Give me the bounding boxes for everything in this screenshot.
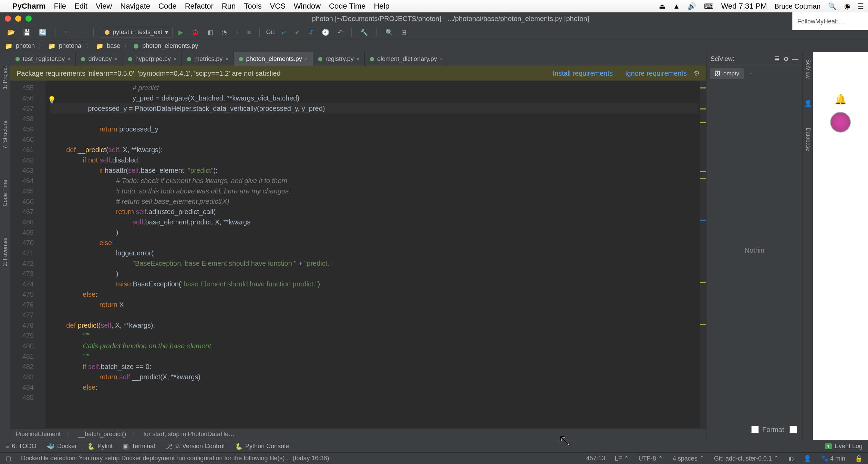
menu-navigate[interactable]: Navigate [120,2,150,11]
menu-view[interactable]: View [96,2,112,11]
tab-driver[interactable]: ⬢driver.py× [76,52,123,66]
siri-icon[interactable]: ◉ [844,2,850,10]
lock-icon[interactable]: 🔒 [855,455,862,462]
lightbulb-icon[interactable]: 💡 [48,96,56,104]
browser-tab[interactable]: FollowMyHealt… [792,12,868,30]
bell-icon[interactable]: 🔔 [835,94,847,105]
debug-icon[interactable]: 🐞 [189,27,202,38]
crumb-0[interactable]: PipelineElement [16,431,61,438]
tool-project[interactable]: 1: Project [2,66,8,89]
crumb-2[interactable]: for start, stop in PhotonDataHe… [143,431,235,438]
event-log[interactable]: 1Event Log [825,443,862,450]
tab-metrics[interactable]: ⬢metrics.py× [182,52,234,66]
clock[interactable]: Wed 7:31 PM [721,2,767,11]
nav-seg-1[interactable]: photonai [59,42,83,50]
tab-element-dictionary[interactable]: ⬢element_dictionary.py× [365,52,448,66]
git-branch[interactable]: Git: add-cluster-0.0.1 ⌃ [714,455,779,462]
sync-icon[interactable]: 🔄 [37,27,49,38]
window-close[interactable] [5,15,11,22]
tool-docker[interactable]: 🐳Docker [47,443,77,450]
close-icon[interactable]: × [305,56,308,62]
run-icon[interactable]: ▶ [176,27,186,38]
tool-version-control[interactable]: ⎇9: Version Control [165,443,225,450]
menu-icon[interactable]: ☰ [858,2,864,10]
mac-user[interactable]: Bruce Cottman [775,2,820,10]
tab-test-register[interactable]: ⬢test_register.py× [10,52,76,66]
tool-python-console[interactable]: 🐍Python Console [235,443,289,450]
list-icon[interactable]: ≣ [775,55,780,63]
git-update-icon[interactable]: ↙ [279,27,289,38]
window-maximize[interactable] [25,15,32,22]
bg-tasks-icon[interactable]: ◐ [788,455,794,462]
close-icon[interactable]: × [225,56,228,62]
format-checkbox[interactable] [751,426,759,433]
keyboard-icon[interactable]: ⌨ [704,2,714,10]
back-icon[interactable]: ← [62,27,73,38]
save-icon[interactable]: 💾 [21,27,33,38]
close-icon[interactable]: × [356,56,360,62]
ignore-requirements-link[interactable]: Ignore requirements [625,70,687,77]
close-icon[interactable]: × [174,56,177,62]
search-everywhere-icon[interactable]: ⊞ [399,27,409,38]
indent[interactable]: 4 spaces ⌃ [673,455,704,462]
status-hide-icon[interactable]: ▢ [6,455,11,462]
volume-icon[interactable]: 🔊 [688,2,696,10]
menu-window[interactable]: Window [294,2,321,11]
tool-sciview[interactable]: SciView [805,59,811,79]
error-stripe[interactable] [700,81,706,428]
airplay-icon[interactable]: ⏏ [659,2,665,10]
git-revert-icon[interactable]: ↶ [335,27,345,38]
tab-registry[interactable]: ⬢registry.py× [313,52,365,66]
spotlight-icon[interactable]: 🔍 [828,2,837,10]
caret-position[interactable]: 457:13 [586,455,605,462]
run-config-select[interactable]: ⬢ pytest in tests_ext ▾ [100,27,173,38]
git-commit-icon[interactable]: ✔ [292,27,302,38]
menu-file[interactable]: File [54,2,66,11]
eject-icon[interactable]: ▲ [673,2,680,10]
menu-refactor[interactable]: Refactor [185,2,214,11]
concurrency-icon[interactable]: ≡ [233,27,241,38]
close-icon[interactable]: × [68,56,71,62]
tool-terminal[interactable]: ▣Terminal [123,443,155,450]
settings-icon[interactable]: 🔧 [358,27,370,38]
jenkins-icon[interactable]: 👤 [804,99,812,107]
menu-edit[interactable]: Edit [74,2,87,11]
line-ending[interactable]: LF ⌃ [615,455,629,462]
app-name[interactable]: PyCharm [12,2,46,11]
tool-todo[interactable]: ≡6: TODO [6,443,37,450]
git-history-icon[interactable]: 🕘 [319,27,332,38]
add-tab-icon[interactable]: ＋ [749,71,753,77]
code-editor[interactable]: 4554564574584594604614624634644654664674… [10,81,706,428]
codetime-status[interactable]: 🐾 4 min [821,455,845,462]
tool-structure[interactable]: 7: Structure [2,120,8,149]
close-icon[interactable]: × [114,56,117,62]
gear-icon[interactable]: ⚙ [694,69,700,77]
encoding[interactable]: UTF-8 ⌃ [639,455,663,462]
menu-vcs[interactable]: VCS [270,2,286,11]
close-icon[interactable]: × [440,56,443,62]
open-icon[interactable]: 📂 [5,27,17,38]
minimize-icon[interactable]: — [792,55,798,63]
coverage-icon[interactable]: ◧ [205,27,216,38]
menu-code[interactable]: Code [158,2,177,11]
sciview-tab-empty[interactable]: 🖼 empty [710,68,744,79]
format-checkbox-2[interactable] [789,426,797,433]
tool-pylint[interactable]: 🐍Pylint [87,443,113,450]
nav-seg-2[interactable]: base [107,42,120,50]
tab-hyperpipe[interactable]: ⬢hyperpipe.py× [123,52,182,66]
crumb-1[interactable]: __batch_predict() [78,431,126,438]
profile-icon[interactable]: ◔ [219,27,229,38]
tool-database[interactable]: Database [805,128,811,151]
menu-codetime[interactable]: Code Time [329,2,365,11]
menu-help[interactable]: Help [374,2,389,11]
install-requirements-link[interactable]: Install requirements [552,70,613,77]
gear-icon[interactable]: ⚙ [783,55,789,63]
fold-gutter[interactable] [37,81,45,428]
git-compare-icon[interactable]: ⇵ [306,27,316,38]
menu-run[interactable]: Run [222,2,236,11]
nav-seg-3[interactable]: photon_elements.py [142,42,198,50]
tool-favorites[interactable]: 2: Favorites [2,238,8,266]
nav-seg-0[interactable]: photon [16,42,35,50]
code-content[interactable]: # predict y_pred = delegate(X_batched, *… [45,81,699,428]
forward-icon[interactable]: → [76,27,87,38]
